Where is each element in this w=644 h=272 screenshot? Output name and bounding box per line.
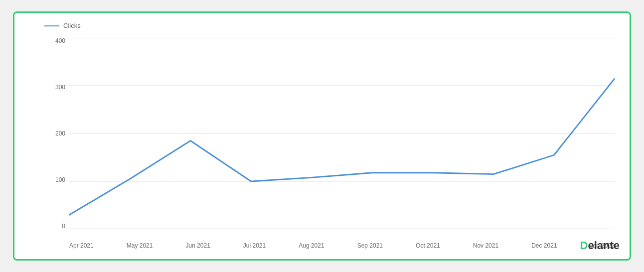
x-axis-label: Jul 2021 (243, 242, 266, 249)
line-chart-svg (69, 38, 615, 229)
x-axis-label: Apr 2021 (69, 242, 94, 249)
y-axis: 4003002001000 (44, 38, 69, 229)
plot-area (69, 38, 615, 229)
legend-line-icon (44, 25, 59, 26)
y-axis-label: 100 (55, 177, 65, 183)
x-axis-label: Jun 2021 (185, 242, 210, 249)
x-axis-label: Nov 2021 (473, 242, 498, 249)
x-axis-label: Sep 2021 (357, 242, 383, 249)
y-axis-label: 300 (55, 84, 65, 90)
branding: Delante (580, 239, 620, 252)
x-axis-label: Dec 2021 (531, 242, 557, 249)
brand-rest: elante (588, 239, 620, 252)
x-axis-label: Oct 2021 (416, 242, 440, 249)
y-axis-label: 400 (55, 38, 65, 44)
y-axis-label: 200 (55, 131, 65, 136)
chart-area: 4003002001000 Apr 2021May 2021Jun 2021Ju… (44, 38, 615, 229)
y-axis-label: 0 (62, 223, 65, 229)
chart-legend: Clicks (44, 22, 81, 29)
x-axis-label: Aug 2021 (299, 242, 324, 249)
chart-container: Clicks 4003002001000 Apr 2021May 2021Jun… (13, 11, 631, 261)
x-axis-label: May 2021 (127, 242, 153, 249)
legend-label: Clicks (63, 22, 81, 29)
brand-first-letter: D (580, 239, 588, 252)
x-axis: Apr 2021May 2021Jun 2021Jul 2021Aug 2021… (69, 242, 615, 249)
